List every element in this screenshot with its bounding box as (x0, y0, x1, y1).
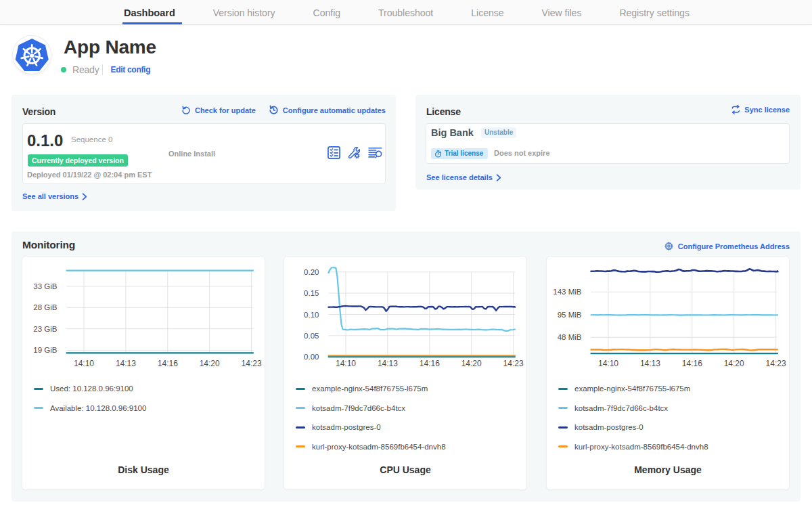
svg-text:14:13: 14:13 (640, 359, 660, 368)
svg-text:14:20: 14:20 (724, 359, 744, 368)
svg-text:143 MiB: 143 MiB (553, 288, 582, 296)
svg-text:14:16: 14:16 (682, 359, 702, 368)
svg-text:14:13: 14:13 (116, 359, 136, 368)
svg-text:95 MiB: 95 MiB (558, 311, 582, 319)
svg-text:14:13: 14:13 (378, 359, 398, 368)
svg-text:23 GiB: 23 GiB (33, 325, 57, 333)
svg-text:48 MiB: 48 MiB (558, 333, 582, 341)
svg-text:14:16: 14:16 (158, 359, 178, 368)
svg-text:0.10: 0.10 (304, 311, 319, 319)
svg-text:14:10: 14:10 (598, 359, 618, 368)
svg-text:14:23: 14:23 (766, 359, 786, 368)
svg-text:0.15: 0.15 (304, 289, 319, 297)
svg-text:14:20: 14:20 (461, 359, 482, 368)
svg-text:14:16: 14:16 (420, 359, 440, 368)
svg-text:0.05: 0.05 (304, 332, 319, 340)
svg-text:19 GiB: 19 GiB (33, 346, 57, 354)
svg-text:0.00: 0.00 (304, 353, 319, 361)
svg-text:14:10: 14:10 (336, 359, 356, 368)
svg-text:14:10: 14:10 (74, 359, 94, 368)
svg-text:14:23: 14:23 (503, 359, 524, 368)
svg-text:14:20: 14:20 (200, 359, 220, 368)
svg-text:28 GiB: 28 GiB (33, 303, 57, 311)
svg-text:0.20: 0.20 (304, 268, 319, 276)
svg-text:14:23: 14:23 (242, 359, 262, 368)
svg-text:33 GiB: 33 GiB (33, 282, 57, 290)
